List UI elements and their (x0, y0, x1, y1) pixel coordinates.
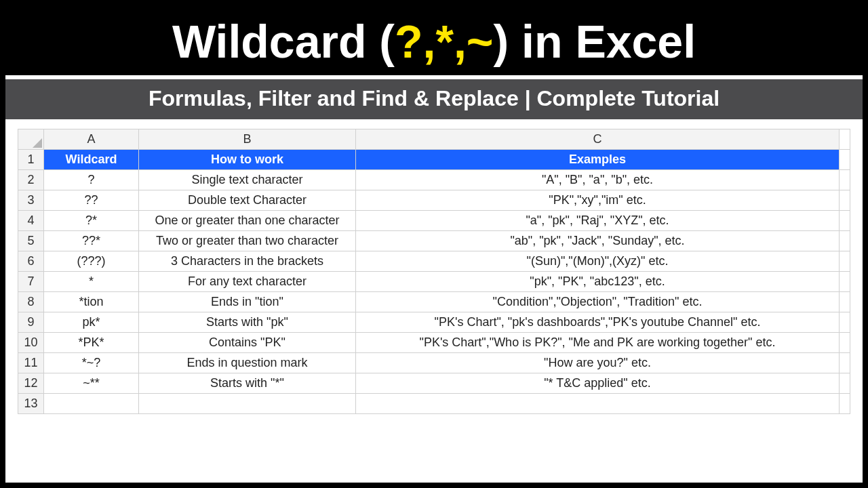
cell-example[interactable]: "pk", "PK", "abc123", etc. (356, 272, 840, 292)
cell-how[interactable]: For any text character (139, 272, 356, 292)
row-header[interactable]: 10 (18, 333, 44, 353)
cell-how[interactable]: Starts with "*" (139, 373, 356, 394)
cell-how[interactable]: Ends in "tion" (139, 292, 356, 312)
cell-wildcard[interactable]: ?* (44, 211, 139, 231)
title-accent: ?,*,~ (395, 16, 494, 67)
slide-frame: Wildcard (?,*,~) in Excel Formulas, Filt… (0, 0, 868, 488)
cell-how[interactable]: One or greater than one character (139, 211, 356, 231)
cell-example[interactable]: "A", "B", "a", "b", etc. (356, 170, 840, 190)
cell-how[interactable]: Single text character (139, 170, 356, 190)
cell-example[interactable]: "PK's Chart", "pk's dashboards","PK's yo… (356, 312, 840, 333)
cell-wildcard[interactable]: *tion (44, 292, 139, 312)
cell-how[interactable]: Contains "PK" (139, 333, 356, 353)
row-header[interactable]: 7 (18, 272, 44, 292)
col-header-c[interactable]: C (356, 129, 840, 150)
cell-example[interactable]: "PK's Chart","Who is PK?", "Me and PK ar… (356, 333, 840, 353)
header-how-to-work[interactable]: How to work (139, 150, 356, 170)
cell-wildcard[interactable]: ? (44, 170, 139, 190)
table-row: 9 pk* Starts with "pk" "PK's Chart", "pk… (18, 312, 850, 333)
cell-example[interactable]: "* T&C applied" etc. (356, 373, 840, 394)
col-header-a[interactable]: A (44, 129, 139, 150)
spreadsheet-grid: A B C 1 Wildcard How to work Examples 2 … (18, 129, 850, 414)
cell-wildcard[interactable]: ?? (44, 190, 139, 211)
table-row: 10 *PK* Contains "PK" "PK's Chart","Who … (18, 333, 850, 353)
row-header[interactable]: 13 (18, 394, 44, 414)
subtitle-bar: Formulas, Filter and Find & Replace | Co… (5, 75, 863, 119)
cell-wildcard[interactable]: pk* (44, 312, 139, 333)
col-header-b[interactable]: B (139, 129, 356, 150)
row-header[interactable]: 2 (18, 170, 44, 190)
row-header[interactable]: 11 (18, 353, 44, 373)
cell-how[interactable]: Starts with "pk" (139, 312, 356, 333)
cell-how[interactable] (139, 394, 356, 414)
table-row: 5 ??* Two or greater than two character … (18, 231, 850, 251)
col-header-pad (840, 129, 850, 150)
row-header[interactable]: 1 (18, 150, 44, 170)
cell-how[interactable]: Two or greater than two character (139, 231, 356, 251)
row-header[interactable]: 8 (18, 292, 44, 312)
row-header[interactable]: 3 (18, 190, 44, 211)
cell-wildcard[interactable] (44, 394, 139, 414)
table-row: 6 (???) 3 Characters in the brackets "(S… (18, 251, 850, 272)
cell-wildcard[interactable]: (???) (44, 251, 139, 272)
title-pre: Wildcard ( (172, 16, 395, 67)
table-row: 7 * For any text character "pk", "PK", "… (18, 272, 850, 292)
title-post: ) in Excel (494, 16, 696, 67)
row-header[interactable]: 12 (18, 373, 44, 394)
cell-how[interactable]: Ends in question mark (139, 353, 356, 373)
row-header[interactable]: 6 (18, 251, 44, 272)
cell-how[interactable]: 3 Characters in the brackets (139, 251, 356, 272)
cell-wildcard[interactable]: * (44, 272, 139, 292)
cell-example[interactable]: "PK","xy","im" etc. (356, 190, 840, 211)
table-row: 8 *tion Ends in "tion" "Condition","Obje… (18, 292, 850, 312)
cell-example[interactable] (356, 394, 840, 414)
table-row: 3 ?? Double text Character "PK","xy","im… (18, 190, 850, 211)
table-row: 12 ~** Starts with "*" "* T&C applied" e… (18, 373, 850, 394)
select-all-corner[interactable] (18, 129, 44, 150)
row-header[interactable]: 4 (18, 211, 44, 231)
cell-example[interactable]: "Condition","Objection", "Tradition" etc… (356, 292, 840, 312)
column-header-row: A B C (18, 129, 850, 150)
cell-example[interactable]: "a", "pk", "Raj", "XYZ", etc. (356, 211, 840, 231)
cell-wildcard[interactable]: *~? (44, 353, 139, 373)
row-header[interactable]: 9 (18, 312, 44, 333)
cell-how[interactable]: Double text Character (139, 190, 356, 211)
table-row: 1 Wildcard How to work Examples (18, 150, 850, 170)
header-wildcard[interactable]: Wildcard (44, 150, 139, 170)
cell-example[interactable]: "(Sun)","(Mon)",(Xyz)" etc. (356, 251, 840, 272)
table-row: 4 ?* One or greater than one character "… (18, 211, 850, 231)
row-header[interactable]: 5 (18, 231, 44, 251)
cell-example[interactable]: "ab", "pk", "Jack", "Sunday", etc. (356, 231, 840, 251)
table-row: 11 *~? Ends in question mark "How are yo… (18, 353, 850, 373)
table-row: 2 ? Single text character "A", "B", "a",… (18, 170, 850, 190)
title-bar: Wildcard (?,*,~) in Excel (5, 5, 863, 75)
cell-wildcard[interactable]: *PK* (44, 333, 139, 353)
table-row: 13 (18, 394, 850, 414)
cell-wildcard[interactable]: ??* (44, 231, 139, 251)
spreadsheet-area: A B C 1 Wildcard How to work Examples 2 … (5, 119, 863, 483)
header-examples[interactable]: Examples (356, 150, 840, 170)
cell-wildcard[interactable]: ~** (44, 373, 139, 394)
cell-example[interactable]: "How are you?" etc. (356, 353, 840, 373)
